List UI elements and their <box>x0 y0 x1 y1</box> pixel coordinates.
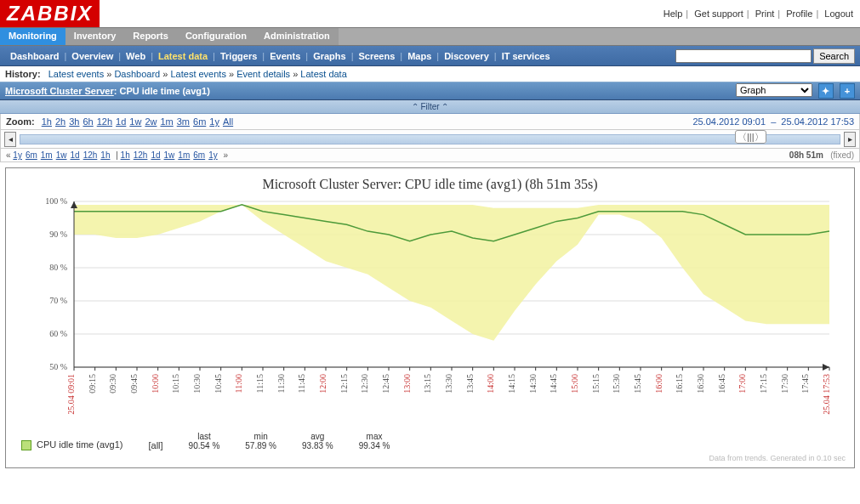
svg-text:12:15: 12:15 <box>339 374 349 394</box>
step-fwd-1y[interactable]: 1y <box>208 150 218 160</box>
svg-text:60 %: 60 % <box>49 329 67 338</box>
history-link[interactable]: Latest events <box>48 69 104 79</box>
subnav-discovery[interactable]: Discovery <box>439 51 494 61</box>
svg-text:09:45: 09:45 <box>129 374 139 394</box>
svg-text:13:00: 13:00 <box>402 374 412 394</box>
slider-handle[interactable] <box>735 131 757 148</box>
time-slider: ◂ ▸ <box>0 130 860 149</box>
support-link[interactable]: Get support <box>694 8 743 19</box>
step-back-12h[interactable]: 12h <box>83 150 98 160</box>
step-fwd-1w[interactable]: 1w <box>164 150 175 160</box>
chart-legend: CPU idle time (avg1) [all] last90.54 % m… <box>14 427 846 450</box>
zoom-3m[interactable]: 3m <box>177 116 190 127</box>
history-link[interactable]: Event details <box>236 69 290 79</box>
zoom-1w[interactable]: 1w <box>129 116 141 127</box>
svg-text:17:45: 17:45 <box>800 374 810 394</box>
svg-text:70 %: 70 % <box>49 296 67 305</box>
content-title-bar: Microsoft Cluster Server: CPU idle time … <box>0 82 860 100</box>
step-back-1y[interactable]: 1y <box>13 150 22 160</box>
step-back-1h[interactable]: 1h <box>100 150 110 160</box>
step-back-6m[interactable]: 6m <box>26 150 37 160</box>
view-select[interactable]: Graph <box>736 83 812 97</box>
step-fwd-1d[interactable]: 1d <box>151 150 160 160</box>
zoom-1y[interactable]: 1y <box>209 116 219 127</box>
zoom-2h[interactable]: 2h <box>55 116 65 127</box>
star-button[interactable]: ✦ <box>818 83 834 99</box>
zoom-12h[interactable]: 12h <box>97 116 112 127</box>
scroll-left-button[interactable]: ◂ <box>4 132 16 147</box>
legend-swatch-icon <box>21 440 31 450</box>
svg-text:15:15: 15:15 <box>591 374 601 394</box>
scroll-right-button[interactable]: ▸ <box>844 132 856 147</box>
profile-link[interactable]: Profile <box>786 8 812 19</box>
duration: 08h 51m <box>789 150 823 160</box>
zoom-3h[interactable]: 3h <box>69 116 79 127</box>
svg-text:11:00: 11:00 <box>234 374 243 393</box>
zoom-row: Zoom: 1h2h3h6h12h1d1w2w1m3m6m1yAll 25.04… <box>0 114 860 130</box>
history-link[interactable]: Latest events <box>170 69 225 79</box>
zoom-All[interactable]: All <box>223 116 233 127</box>
svg-text:90 %: 90 % <box>49 229 67 239</box>
search-input[interactable] <box>675 49 812 63</box>
subnav-web[interactable]: Web <box>121 51 151 61</box>
logout-link[interactable]: Logout <box>824 8 853 19</box>
tab-administration[interactable]: Administration <box>255 28 339 45</box>
history-link[interactable]: Latest data <box>300 69 346 79</box>
zoom-1h[interactable]: 1h <box>42 116 52 127</box>
step-back-1d[interactable]: 1d <box>71 150 80 160</box>
subnav-maps[interactable]: Maps <box>402 51 436 61</box>
history-link[interactable]: Dashboard <box>114 69 160 79</box>
zoom-1d[interactable]: 1d <box>116 116 126 127</box>
print-link[interactable]: Print <box>755 8 775 19</box>
svg-text:14:15: 14:15 <box>507 374 516 394</box>
svg-text:13:30: 13:30 <box>444 374 453 394</box>
subnav-it-services[interactable]: IT services <box>497 51 555 61</box>
search-button[interactable]: Search <box>813 48 855 64</box>
tab-monitoring[interactable]: Monitoring <box>0 28 65 45</box>
step-fwd-6m[interactable]: 6m <box>193 150 205 160</box>
history-bar: History: Latest events » Dashboard » Lat… <box>0 66 860 82</box>
subnav-screens[interactable]: Screens <box>354 51 401 61</box>
step-back-1m[interactable]: 1m <box>41 150 53 160</box>
svg-text:15:00: 15:00 <box>570 374 579 394</box>
svg-text:80 %: 80 % <box>49 263 67 272</box>
tab-configuration[interactable]: Configuration <box>177 28 255 45</box>
logo[interactable]: ZABBIX <box>0 0 100 27</box>
svg-text:15:30: 15:30 <box>612 374 621 394</box>
zoom-2w[interactable]: 2w <box>145 116 157 127</box>
chart-title: Microsoft Cluster Server: CPU idle time … <box>14 177 846 192</box>
step-back-1w[interactable]: 1w <box>56 150 67 160</box>
subnav-dashboard[interactable]: Dashboard <box>5 51 64 61</box>
subnav-events[interactable]: Events <box>265 51 305 61</box>
svg-text:17:15: 17:15 <box>759 374 768 394</box>
subnav-triggers[interactable]: Triggers <box>215 51 262 61</box>
collapse-icon: ⌃ <box>441 102 448 111</box>
step-fwd-1m[interactable]: 1m <box>178 150 190 160</box>
subnav-graphs[interactable]: Graphs <box>308 51 351 61</box>
svg-text:12:00: 12:00 <box>318 374 327 394</box>
svg-text:09:15: 09:15 <box>88 374 97 394</box>
zoom-label: Zoom: <box>6 116 35 127</box>
step-fwd-1h[interactable]: 1h <box>121 150 130 160</box>
subnav-overview[interactable]: Overview <box>66 51 118 61</box>
svg-text:25.04 09:01: 25.04 09:01 <box>66 374 76 415</box>
slider-track[interactable] <box>20 134 840 144</box>
tab-reports[interactable]: Reports <box>124 28 177 45</box>
main-tabs: Monitoring Inventory Reports Configurati… <box>0 27 860 46</box>
zoom-1m[interactable]: 1m <box>160 116 173 127</box>
chart: 50 %60 %70 %80 %90 %100 %25.04 09:0109:1… <box>14 197 838 418</box>
tab-inventory[interactable]: Inventory <box>65 28 125 45</box>
subnav-latest-data[interactable]: Latest data <box>153 51 213 61</box>
svg-text:12:45: 12:45 <box>381 374 390 394</box>
svg-text:25.04 17:53: 25.04 17:53 <box>822 374 831 415</box>
help-link[interactable]: Help <box>664 8 683 19</box>
svg-text:100 %: 100 % <box>45 197 67 206</box>
add-button[interactable]: + <box>840 83 855 99</box>
zoom-6m[interactable]: 6m <box>193 116 206 127</box>
collapse-icon: ⌃ <box>412 102 419 111</box>
filter-toggle[interactable]: ⌃ Filter ⌃ <box>0 100 860 114</box>
svg-text:11:15: 11:15 <box>255 374 265 393</box>
zoom-6h[interactable]: 6h <box>83 116 93 127</box>
step-fwd-12h[interactable]: 12h <box>134 150 148 160</box>
sub-nav: Dashboard | Overview | Web | Latest data… <box>0 46 860 66</box>
